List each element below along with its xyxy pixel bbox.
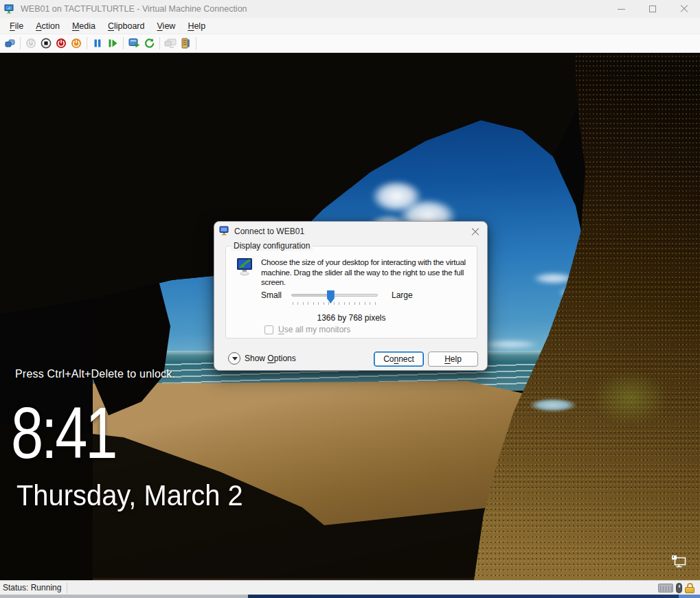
revert-icon: [144, 38, 155, 49]
turn-off-icon: [41, 38, 52, 49]
display-configuration-group: Display configuration Choose the size of…: [225, 246, 477, 338]
shut-down-button[interactable]: [54, 36, 69, 51]
network-icon: [670, 555, 687, 573]
maximize-icon[interactable]: [637, 0, 668, 18]
start-button: [23, 36, 38, 51]
dialog-monitor-icon: [219, 226, 229, 236]
window-title: WEB01 on TACTFULTURTLE - Virtual Machine…: [21, 4, 247, 14]
shut-down-icon: [56, 38, 67, 49]
unlock-message: Press Ctrl+Alt+Delete to unlock.: [15, 368, 175, 380]
bottom-edge: [0, 595, 700, 598]
resolution-slider-row: Small Large: [226, 289, 477, 310]
reset-button[interactable]: [105, 36, 120, 51]
checkpoint-button[interactable]: [126, 36, 142, 51]
use-all-monitors-checkbox[interactable]: [264, 325, 273, 334]
revert-button[interactable]: [142, 36, 157, 51]
slider-max-label: Large: [392, 290, 413, 300]
dialog-footer: Show Options Connect Help: [214, 352, 487, 367]
menu-clipboard[interactable]: Clipboard: [102, 19, 151, 33]
keyboard-icon: [658, 584, 673, 593]
status-icons: [658, 581, 695, 595]
slider-min-label: Small: [261, 290, 282, 300]
turn-off-button[interactable]: [38, 36, 54, 51]
dialog-title-bar[interactable]: Connect to WEB01: [214, 222, 487, 240]
use-all-monitors-row: Use all my monitors: [264, 325, 350, 334]
close-icon[interactable]: [668, 0, 700, 18]
slider-ticks: [293, 302, 378, 305]
pause-icon: [93, 38, 102, 48]
display-settings-icon: [235, 257, 254, 279]
menu-help[interactable]: Help: [181, 19, 212, 33]
help-button[interactable]: Help: [428, 352, 478, 367]
menu-file[interactable]: File: [3, 19, 30, 33]
enhanced-session-icon: [164, 38, 177, 49]
connect-dialog: Connect to WEB01 Display configuration C…: [214, 221, 488, 371]
lock-screen-date: Thursday, March 2: [16, 479, 243, 512]
cloud: [481, 340, 539, 349]
menu-view[interactable]: View: [150, 19, 181, 33]
checkpoint-icon: [128, 38, 140, 49]
status-separator: [67, 583, 67, 593]
mouse-icon: [676, 583, 682, 593]
dialog-close-icon[interactable]: [471, 227, 480, 236]
menu-bar: File Action Media Clipboard View Help: [0, 18, 700, 34]
vmconnect-app-icon: [4, 3, 15, 14]
dialog-description: Choose the size of your desktop for inte…: [261, 257, 478, 288]
enhanced-session-button: [163, 36, 178, 51]
menu-action[interactable]: Action: [30, 19, 66, 33]
ctrl-alt-delete-button[interactable]: [2, 36, 17, 51]
save-icon: [71, 38, 82, 49]
minimize-icon[interactable]: [605, 0, 637, 18]
menu-media[interactable]: Media: [66, 19, 102, 33]
resolution-value: 1366 by 768 pixels: [226, 313, 477, 323]
use-all-monitors-label: Use all my monitors: [278, 325, 350, 334]
start-icon: [25, 38, 36, 49]
wallpaper-tide-pool: [529, 398, 577, 412]
settings-icon: [181, 38, 190, 49]
settings-button[interactable]: [178, 36, 193, 51]
resolution-slider[interactable]: [291, 294, 378, 297]
show-options-chevron-icon[interactable]: [228, 352, 240, 365]
show-options-label[interactable]: Show Options: [245, 354, 296, 363]
pause-button[interactable]: [90, 36, 105, 51]
lock-icon: [685, 583, 695, 593]
status-bar: Status: Running: [0, 580, 700, 595]
wallpaper-moss: [580, 362, 680, 434]
lock-screen-time: 8:41: [11, 396, 115, 469]
ctrl-alt-delete-icon: [4, 38, 16, 49]
status-text: Status: Running: [0, 583, 61, 593]
dialog-title: Connect to WEB01: [234, 227, 304, 236]
connect-button[interactable]: Connect: [374, 352, 424, 367]
reset-icon: [108, 38, 118, 48]
save-button[interactable]: [69, 36, 84, 51]
toolbar: [0, 34, 700, 53]
group-label: Display configuration: [231, 241, 313, 251]
vmconnect-window: WEB01 on TACTFULTURTLE - Virtual Machine…: [0, 0, 700, 598]
window-controls: [605, 0, 700, 18]
title-bar: WEB01 on TACTFULTURTLE - Virtual Machine…: [0, 0, 700, 18]
